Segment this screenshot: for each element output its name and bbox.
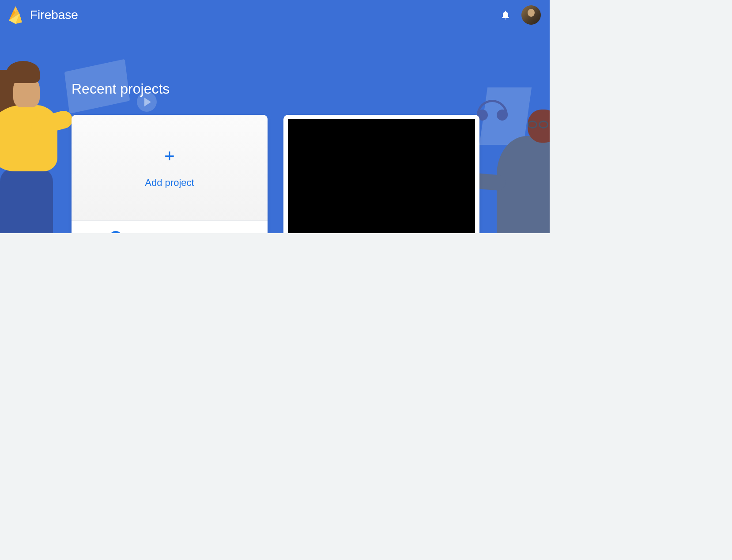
firebase-logo-icon: [9, 6, 22, 24]
main-content: Recent projects + Add project Explore a …: [0, 30, 550, 233]
plus-icon: +: [164, 147, 174, 165]
section-title: Recent projects: [72, 81, 478, 97]
user-avatar[interactable]: [521, 5, 541, 25]
explore-demo-button[interactable]: Explore a demo project: [72, 221, 268, 233]
bell-icon: [500, 10, 511, 20]
demo-link-label: Explore a demo project: [130, 231, 230, 233]
app-header: Firebase: [0, 0, 550, 30]
projects-grid: + Add project Explore a demo project: [72, 115, 478, 233]
project-thumbnail: [288, 119, 475, 233]
add-project-label: Add project: [145, 177, 194, 189]
brand-name: Firebase: [30, 8, 78, 22]
add-project-button[interactable]: + Add project: [72, 115, 268, 221]
add-project-card: + Add project Explore a demo project: [72, 115, 268, 233]
compass-icon: [109, 231, 122, 233]
hero-background: Firebase Recent projects + Add project E…: [0, 0, 550, 233]
project-card[interactable]: [283, 115, 479, 233]
notifications-button[interactable]: [497, 6, 514, 24]
